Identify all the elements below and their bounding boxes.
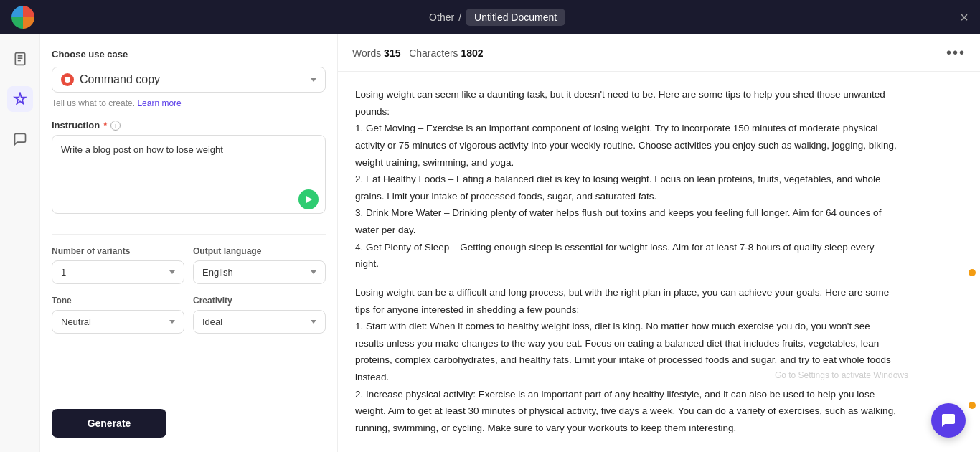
- sidebar-item-ai[interactable]: [7, 86, 33, 112]
- chevron-down-icon: [169, 270, 175, 274]
- instruction-textarea[interactable]: Write a blog post on how to lose weight: [52, 135, 326, 214]
- hint-prefix: Tell us what to create.: [52, 98, 135, 108]
- chevron-down-icon: [311, 320, 316, 324]
- word-count: Words 315 Characters 1802: [352, 47, 484, 59]
- words-label: Words: [352, 47, 381, 59]
- content-scroll[interactable]: Losing weight can seem like a daunting t…: [338, 72, 980, 452]
- info-icon: i: [110, 121, 121, 131]
- chat-support-button[interactable]: [931, 403, 966, 438]
- left-panel: Choose use case Command copy Tell us wha…: [40, 34, 338, 452]
- instruction-label: Instruction * i: [52, 120, 326, 131]
- orange-dot-2: [969, 402, 976, 409]
- sidebar-item-chat[interactable]: [7, 126, 33, 152]
- close-button[interactable]: ×: [960, 9, 969, 26]
- instruction-wrapper: Write a blog post on how to lose weight: [52, 135, 326, 217]
- content-text: Losing weight can seem like a daunting t…: [355, 86, 900, 437]
- divider: [52, 234, 326, 235]
- topbar: Other / Untitled Document ×: [0, 0, 980, 34]
- use-case-icon: [61, 73, 74, 86]
- tone-select[interactable]: Neutral: [52, 310, 184, 334]
- main-layout: Choose use case Command copy Tell us wha…: [0, 34, 980, 452]
- chevron-down-icon: [311, 270, 316, 274]
- output-language-label: Output language: [193, 246, 326, 256]
- send-button[interactable]: [298, 189, 319, 209]
- content-area: Words 315 Characters 1802 ••• Losing wei…: [338, 34, 980, 452]
- number-of-variants-label: Number of variants: [52, 246, 184, 256]
- chat-icon: [940, 412, 957, 429]
- learn-more-link[interactable]: Learn more: [137, 98, 181, 108]
- content-toolbar: Words 315 Characters 1802 •••: [338, 34, 980, 72]
- sidebar-item-document[interactable]: [7, 46, 33, 72]
- breadcrumb-prefix: Other: [429, 11, 454, 23]
- use-case-dropdown[interactable]: Command copy: [52, 67, 326, 93]
- tone-label: Tone: [52, 296, 184, 306]
- chevron-down-icon: [311, 78, 316, 82]
- creativity-value: Ideal: [202, 316, 222, 327]
- choose-use-case-label: Choose use case: [52, 49, 326, 60]
- words-count: 315: [384, 47, 400, 59]
- characters-label: Characters: [409, 47, 458, 59]
- chevron-down-icon: [169, 320, 175, 324]
- form-row-1: Number of variants 1 Output language Eng…: [52, 246, 326, 284]
- generate-button[interactable]: Generate: [52, 409, 166, 438]
- required-marker: *: [103, 120, 107, 131]
- creativity-group: Creativity Ideal: [193, 296, 326, 334]
- use-case-value: Command copy: [80, 73, 160, 86]
- document-title: Untitled Document: [466, 9, 565, 26]
- generate-area: Generate: [52, 397, 326, 438]
- app-logo[interactable]: [11, 6, 34, 29]
- paragraph-2: Losing weight can be a difficult and lon…: [355, 284, 900, 437]
- creativity-label: Creativity: [193, 296, 326, 306]
- number-of-variants-value: 1: [61, 267, 66, 278]
- output-language-group: Output language English: [193, 246, 326, 284]
- output-language-value: English: [202, 267, 233, 278]
- characters-count: 1802: [461, 47, 483, 59]
- hint-text: Tell us what to create. Learn more: [52, 98, 326, 108]
- number-of-variants-group: Number of variants 1: [52, 246, 184, 284]
- tone-group: Tone Neutral: [52, 296, 184, 334]
- breadcrumb-separator: /: [458, 11, 461, 23]
- topbar-center: Other / Untitled Document: [429, 9, 565, 26]
- number-of-variants-select[interactable]: 1: [52, 260, 184, 284]
- sidebar-icons: [0, 34, 40, 452]
- form-row-2: Tone Neutral Creativity Ideal: [52, 296, 326, 334]
- creativity-select[interactable]: Ideal: [193, 310, 326, 334]
- more-options-button[interactable]: •••: [946, 44, 966, 61]
- tone-value: Neutral: [61, 316, 91, 327]
- paragraph-1: Losing weight can seem like a daunting t…: [355, 86, 900, 273]
- orange-dot-1: [969, 269, 976, 276]
- output-language-select[interactable]: English: [193, 260, 326, 284]
